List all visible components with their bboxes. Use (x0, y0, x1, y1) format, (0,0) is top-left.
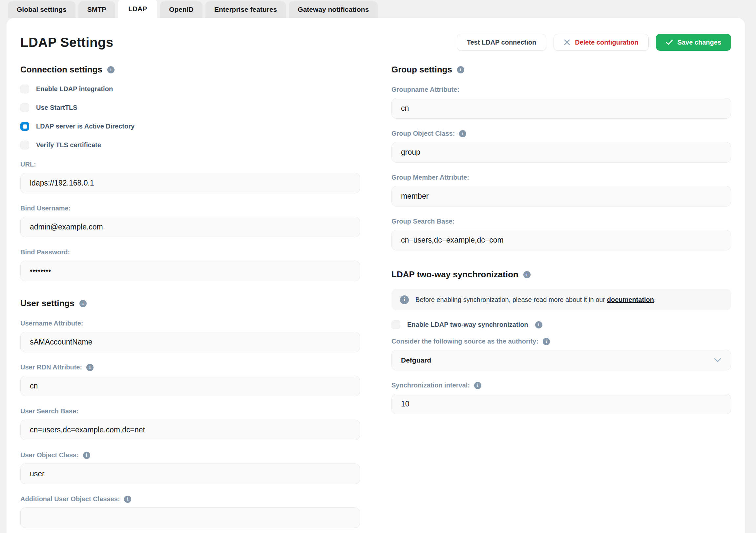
info-icon[interactable] (543, 338, 550, 345)
checkbox-box (20, 103, 29, 112)
field-additional-user-object-classes: Additional User Object Classes: (20, 495, 360, 528)
group-search-base-input[interactable] (392, 230, 731, 250)
group-member-attribute-label: Group Member Attribute: (392, 174, 731, 181)
ldap-settings-card: LDAP Settings Test LDAP connection Delet… (7, 18, 745, 533)
checkbox-active-directory[interactable]: LDAP server is Active Directory (20, 122, 360, 131)
delete-configuration-label: Delete configuration (575, 39, 638, 46)
checkbox-use-starttls[interactable]: Use StartTLS (20, 103, 360, 112)
delete-configuration-button[interactable]: Delete configuration (554, 34, 648, 51)
user-search-base-label: User Search Base: (20, 407, 360, 415)
page-header: LDAP Settings Test LDAP connection Delet… (20, 34, 731, 51)
checkbox-label: LDAP server is Active Directory (36, 123, 135, 130)
authority-source-select[interactable]: Defguard (392, 350, 731, 370)
info-icon[interactable] (83, 452, 90, 459)
header-actions: Test LDAP connection Delete configuratio… (457, 34, 731, 51)
group-settings-title: Group settings (392, 64, 452, 75)
save-changes-button[interactable]: Save changes (656, 34, 731, 51)
field-group-search-base: Group Search Base: (392, 218, 731, 250)
left-column: Connection settings Enable LDAP integrat… (20, 57, 360, 533)
info-icon (400, 295, 409, 304)
url-label: URL: (20, 161, 360, 168)
info-icon[interactable] (474, 382, 481, 389)
field-username-attribute: Username Attribute: (20, 319, 360, 352)
tab-smtp[interactable]: SMTP (78, 1, 115, 18)
info-icon[interactable] (86, 364, 94, 371)
field-bind-password: Bind Password: (20, 248, 360, 281)
field-authority-source: Consider the following source as the aut… (392, 338, 731, 370)
field-user-search-base: User Search Base: (20, 407, 360, 440)
ldap-sync-title: LDAP two-way synchronization (392, 269, 519, 280)
test-ldap-connection-button[interactable]: Test LDAP connection (457, 34, 547, 51)
username-attribute-input[interactable] (20, 332, 360, 352)
tab-gateway-notifications[interactable]: Gateway notifications (289, 1, 378, 18)
checkbox-label: Enable LDAP integration (36, 85, 113, 93)
bind-username-input[interactable] (20, 217, 360, 237)
save-changes-label: Save changes (678, 39, 721, 46)
sync-notice: Before enabling synchronization, please … (392, 289, 731, 311)
tab-openid[interactable]: OpenID (160, 1, 202, 18)
checkbox-box (20, 140, 29, 149)
info-icon[interactable] (457, 66, 464, 73)
checkbox-box (20, 85, 29, 93)
authority-source-value: Defguard (401, 356, 431, 364)
user-rdn-attribute-input[interactable] (20, 376, 360, 396)
tab-enterprise-features[interactable]: Enterprise features (205, 1, 286, 18)
checkbox-label: Enable LDAP two-way synchronization (407, 321, 528, 328)
user-rdn-attribute-label: User RDN Attribute: (20, 364, 360, 371)
user-search-base-input[interactable] (20, 419, 360, 440)
checkbox-verify-tls[interactable]: Verify TLS certificate (20, 140, 360, 149)
tab-global-settings[interactable]: Global settings (8, 1, 75, 18)
user-settings-heading: User settings (20, 298, 360, 309)
info-icon[interactable] (107, 66, 115, 73)
group-object-class-input[interactable] (392, 142, 731, 163)
info-icon[interactable] (124, 495, 131, 503)
right-column: Group settings Groupname Attribute: Grou… (392, 57, 731, 533)
user-object-class-label: User Object Class: (20, 451, 360, 459)
field-group-object-class: Group Object Class: (392, 130, 731, 163)
connection-settings-heading: Connection settings (20, 64, 360, 75)
chevron-down-icon (714, 358, 721, 363)
close-icon (564, 39, 570, 45)
info-icon[interactable] (79, 300, 87, 307)
checkbox-label: Use StartTLS (36, 104, 77, 112)
field-groupname-attribute: Groupname Attribute: (392, 86, 731, 119)
connection-settings-title: Connection settings (20, 64, 102, 75)
test-ldap-connection-label: Test LDAP connection (467, 39, 536, 46)
page-title: LDAP Settings (20, 35, 114, 50)
group-object-class-label: Group Object Class: (392, 130, 731, 137)
bind-username-label: Bind Username: (20, 205, 360, 212)
field-user-object-class: User Object Class: (20, 451, 360, 484)
checkbox-enable-two-way-sync[interactable]: Enable LDAP two-way synchronization (392, 320, 731, 329)
field-user-rdn-attribute: User RDN Attribute: (20, 364, 360, 396)
field-group-member-attribute: Group Member Attribute: (392, 174, 731, 207)
username-attribute-label: Username Attribute: (20, 319, 360, 327)
sync-notice-text: Before enabling synchronization, please … (416, 296, 656, 304)
additional-user-object-classes-input[interactable] (20, 507, 360, 528)
info-icon[interactable] (523, 271, 530, 278)
sync-interval-label: Synchronization interval: (392, 382, 731, 389)
group-member-attribute-input[interactable] (392, 186, 731, 207)
ldap-sync-heading: LDAP two-way synchronization (392, 269, 731, 280)
additional-user-object-classes-label: Additional User Object Classes: (20, 495, 360, 503)
info-icon[interactable] (459, 130, 466, 137)
checkbox-enable-ldap-integration[interactable]: Enable LDAP integration (20, 85, 360, 93)
user-object-class-input[interactable] (20, 464, 360, 484)
ldap-settings-page: Global settings SMTP LDAP OpenID Enterpr… (0, 0, 756, 533)
settings-columns: Connection settings Enable LDAP integrat… (20, 57, 731, 533)
bind-password-label: Bind Password: (20, 248, 360, 256)
sync-interval-input[interactable] (392, 394, 731, 414)
field-url: URL: (20, 161, 360, 193)
bind-password-input[interactable] (20, 261, 360, 281)
field-sync-interval: Synchronization interval: (392, 382, 731, 414)
url-input[interactable] (20, 173, 360, 193)
groupname-attribute-input[interactable] (392, 98, 731, 119)
group-search-base-label: Group Search Base: (392, 218, 731, 225)
user-settings-title: User settings (20, 298, 74, 309)
documentation-link[interactable]: documentation (607, 296, 654, 303)
tab-ldap[interactable]: LDAP (118, 0, 157, 18)
authority-source-label: Consider the following source as the aut… (392, 338, 731, 345)
settings-tab-bar: Global settings SMTP LDAP OpenID Enterpr… (8, 0, 378, 18)
info-icon[interactable] (535, 321, 542, 328)
checkbox-label: Verify TLS certificate (36, 141, 101, 149)
field-bind-username: Bind Username: (20, 205, 360, 237)
